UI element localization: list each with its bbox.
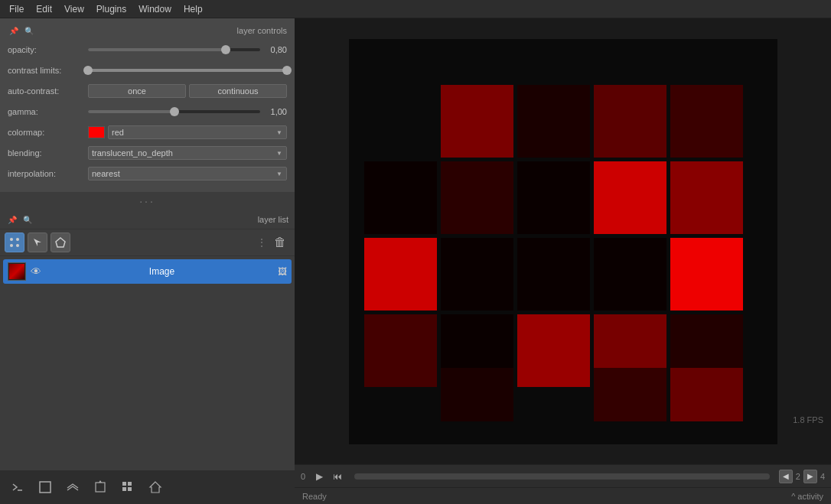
menu-view[interactable]: View bbox=[58, 2, 90, 16]
opacity-row: opacity: 0,80 bbox=[8, 41, 287, 58]
skip-button[interactable]: ⏮ bbox=[330, 469, 345, 484]
interpolation-select[interactable]: nearest linear cubic bbox=[92, 169, 283, 178]
frame-counter: ◀ 2 ▶ 4 bbox=[779, 470, 825, 483]
canvas-main[interactable]: 1.8 FPS bbox=[295, 18, 831, 464]
status-bar: Ready ^ activity bbox=[295, 487, 831, 504]
interpolation-label: interpolation: bbox=[8, 169, 88, 178]
layer-toolbar: ⋮ 🗑 bbox=[0, 229, 295, 256]
svg-point-0 bbox=[10, 238, 13, 241]
svg-rect-36 bbox=[594, 368, 666, 421]
layers-icon bbox=[66, 480, 80, 494]
fps-display: 1.8 FPS bbox=[793, 415, 823, 424]
svg-rect-20 bbox=[364, 161, 437, 234]
frame-next-button[interactable]: ▶ bbox=[803, 470, 817, 483]
arrow-icon bbox=[32, 237, 43, 248]
colormap-label: colormap: bbox=[8, 128, 88, 137]
svg-rect-7 bbox=[40, 482, 51, 493]
svg-point-1 bbox=[16, 238, 19, 241]
export-icon bbox=[93, 480, 107, 494]
play-button[interactable]: ▶ bbox=[311, 469, 327, 484]
layer-controls-title: layer controls bbox=[237, 26, 287, 35]
terminal-button[interactable] bbox=[6, 476, 29, 499]
svg-rect-12 bbox=[122, 487, 126, 491]
points-tool-button[interactable] bbox=[5, 232, 24, 252]
svg-rect-21 bbox=[441, 161, 513, 234]
layer-name-label: Image bbox=[46, 266, 278, 277]
layers-button[interactable] bbox=[61, 476, 84, 499]
grid-button[interactable] bbox=[116, 476, 139, 499]
contrast-limits-label: contrast limits: bbox=[8, 66, 88, 75]
svg-rect-29 bbox=[670, 238, 743, 311]
layer-item[interactable]: 👁 Image 🖼 bbox=[3, 259, 292, 284]
menu-edit[interactable]: Edit bbox=[30, 2, 58, 16]
svg-rect-11 bbox=[128, 482, 132, 486]
interpolation-row: interpolation: nearest linear cubic bbox=[8, 165, 287, 182]
svg-marker-4 bbox=[34, 239, 41, 246]
layer-list-header: 📌 🔍 layer list bbox=[0, 210, 295, 229]
svg-rect-30 bbox=[364, 314, 437, 387]
layer-list-pin-icon[interactable]: 📌 bbox=[6, 213, 18, 226]
svg-rect-18 bbox=[594, 85, 666, 158]
svg-rect-27 bbox=[517, 238, 590, 311]
menu-window[interactable]: Window bbox=[132, 2, 178, 16]
interpolation-select-wrapper[interactable]: nearest linear cubic bbox=[88, 167, 287, 180]
svg-marker-14 bbox=[150, 482, 161, 493]
home-icon bbox=[148, 480, 162, 494]
square-button[interactable] bbox=[34, 476, 57, 499]
colormap-select[interactable]: red green blue gray bbox=[112, 128, 283, 137]
header-icons-left: 📌 🔍 bbox=[8, 24, 35, 37]
blending-select-wrapper[interactable]: translucent_no_depth translucent additiv… bbox=[88, 146, 287, 160]
header-search-icon[interactable]: 🔍 bbox=[23, 24, 35, 37]
three-dots-button[interactable]: ⋮ bbox=[256, 236, 267, 249]
layer-list-title: layer list bbox=[258, 215, 288, 224]
auto-contrast-continuous-button[interactable]: continuous bbox=[189, 84, 287, 98]
dots-separator: ··· bbox=[0, 192, 295, 210]
colormap-select-wrapper[interactable]: red green blue gray bbox=[108, 125, 287, 139]
opacity-slider[interactable] bbox=[88, 44, 260, 56]
polygon-tool-button[interactable] bbox=[51, 232, 70, 252]
svg-rect-37 bbox=[670, 368, 743, 421]
playback-progress-bar[interactable] bbox=[354, 473, 770, 480]
svg-point-3 bbox=[16, 244, 19, 247]
auto-contrast-once-button[interactable]: once bbox=[88, 84, 186, 98]
menu-plugins[interactable]: Plugins bbox=[90, 2, 132, 16]
blending-row: blending: translucent_no_depth transluce… bbox=[8, 145, 287, 161]
home-button[interactable] bbox=[144, 476, 167, 499]
svg-rect-35 bbox=[441, 368, 513, 421]
opacity-value: 0,80 bbox=[260, 45, 287, 54]
svg-rect-28 bbox=[594, 238, 666, 311]
gamma-row: gamma: 1,00 bbox=[8, 103, 287, 120]
layer-items-container: 👁 Image 🖼 bbox=[0, 256, 295, 288]
auto-contrast-buttons: once continuous bbox=[88, 84, 287, 98]
svg-rect-10 bbox=[122, 482, 126, 486]
header-pin-icon[interactable]: 📌 bbox=[8, 24, 20, 37]
svg-marker-9 bbox=[99, 480, 102, 483]
layer-list-header-icons: 📌 🔍 bbox=[6, 213, 34, 226]
svg-rect-19 bbox=[670, 85, 743, 158]
svg-rect-8 bbox=[96, 483, 105, 492]
blending-select[interactable]: translucent_no_depth translucent additiv… bbox=[92, 148, 283, 158]
svg-rect-17 bbox=[517, 85, 590, 158]
left-panel: 📌 🔍 layer controls opacity: 0,80 cont bbox=[0, 18, 295, 504]
frame-prev-button[interactable]: ◀ bbox=[779, 470, 793, 483]
frame-display-value: 2 bbox=[796, 472, 800, 481]
svg-rect-22 bbox=[517, 161, 590, 234]
layer-controls-panel: 📌 🔍 layer controls opacity: 0,80 cont bbox=[0, 18, 295, 192]
arrow-tool-button[interactable] bbox=[28, 232, 47, 252]
layer-controls-header: 📌 🔍 layer controls bbox=[8, 24, 287, 37]
delete-layer-button[interactable]: 🗑 bbox=[270, 232, 290, 252]
layer-list-search-icon[interactable]: 🔍 bbox=[21, 213, 34, 226]
menu-help[interactable]: Help bbox=[178, 2, 209, 16]
svg-rect-25 bbox=[364, 238, 437, 311]
gamma-slider[interactable] bbox=[88, 106, 260, 118]
contrast-slider[interactable] bbox=[88, 64, 287, 76]
main-area: 📌 🔍 layer controls opacity: 0,80 cont bbox=[0, 18, 831, 504]
svg-rect-16 bbox=[441, 85, 513, 158]
svg-point-2 bbox=[10, 244, 13, 247]
layer-thumbnail bbox=[8, 262, 26, 281]
layer-visibility-icon[interactable]: 👁 bbox=[31, 265, 41, 278]
export-button[interactable] bbox=[89, 476, 112, 499]
activity-button[interactable]: ^ activity bbox=[791, 492, 823, 501]
svg-rect-23 bbox=[594, 161, 666, 234]
menu-file[interactable]: File bbox=[3, 2, 30, 16]
